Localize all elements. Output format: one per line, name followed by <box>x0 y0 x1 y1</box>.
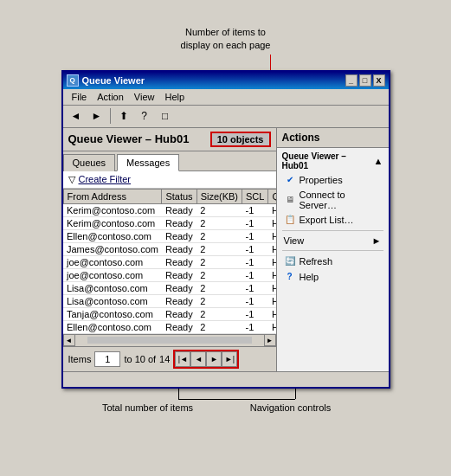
table-body: Kerim@contoso.comReady2-1Hub01\Unreachab… <box>63 203 276 333</box>
header-bar: Queue Viewer – Hub01 10 objects <box>63 128 276 151</box>
col-from-address[interactable]: From Address <box>63 189 162 203</box>
actions-group-header: Queue Viewer – Hub01 ▲ <box>277 148 389 172</box>
table-row[interactable]: Ellen@contoso.comReady2-1Hub01\Unreachab… <box>63 229 276 242</box>
action-separator-2 <box>282 250 383 251</box>
tabs: Queues Messages <box>63 151 276 171</box>
table-row[interactable]: joe@contoso.comReady2-1Hub01\Unreachable <box>63 255 276 268</box>
col-scl[interactable]: SCL <box>242 189 268 203</box>
nav-last-button[interactable]: ►| <box>222 351 237 367</box>
export-icon: 📋 <box>284 214 296 226</box>
page-input[interactable] <box>94 351 120 367</box>
items-label: Items <box>68 354 92 364</box>
table-row[interactable]: James@contoso.comReady2-1Hub01\Unreachab… <box>63 242 276 255</box>
close-button[interactable]: X <box>373 74 385 87</box>
status-bar <box>63 371 389 387</box>
total-count: 14 <box>159 354 170 364</box>
nav-first-button[interactable]: |◄ <box>175 351 190 367</box>
tab-queues[interactable]: Queues <box>63 154 116 171</box>
toolbar-up[interactable]: ⬆ <box>114 106 133 125</box>
content-area: Queue Viewer – Hub01 10 objects Queues M… <box>63 128 389 371</box>
queue-viewer-window: Q Queue Viewer _ □ X File Action View He… <box>61 70 390 389</box>
action-refresh-label: Refresh <box>300 256 333 267</box>
table-header-row: From Address Status Size(KB) SCL Queue I… <box>63 189 276 203</box>
nav-prev-button[interactable]: ◄ <box>190 351 206 367</box>
to-text: to 10 of <box>124 354 156 364</box>
top-arrow-line <box>61 55 390 70</box>
maximize-button[interactable]: □ <box>359 74 371 87</box>
hscroll-left[interactable]: ◄ <box>63 334 75 346</box>
col-queue-id[interactable]: Queue ID <box>268 189 276 203</box>
action-view[interactable]: View ► <box>277 234 389 248</box>
table-row[interactable]: Lisa@contoso.comReady2-1Hub01\Unreachabl… <box>63 281 276 294</box>
properties-icon: ✔ <box>284 174 296 186</box>
nav-next-button[interactable]: ► <box>206 351 222 367</box>
bottom-annotations: Total number of items Navigation control… <box>61 389 390 441</box>
table-row[interactable]: Kerim@contoso.comReady2-1Hub01\Unreachab… <box>63 203 276 216</box>
action-properties-label: Properties <box>300 175 343 185</box>
action-refresh[interactable]: 🔄 Refresh <box>277 254 389 269</box>
pagination: Items to 10 of 14 |◄ ◄ ► ►| <box>63 346 276 371</box>
hscroll-right[interactable]: ► <box>264 334 276 346</box>
nav-buttons: |◄ ◄ ► ►| <box>173 350 239 369</box>
actions-group-arrow: ▲ <box>374 156 383 166</box>
title-buttons: _ □ X <box>345 74 385 87</box>
view-submenu-arrow: ► <box>372 235 382 246</box>
total-annotation: Total number of items <box>96 402 200 413</box>
table-row[interactable]: Lisa@contoso.comReady2-1Hub01\Unreachabl… <box>63 294 276 307</box>
menu-action[interactable]: Action <box>92 90 129 104</box>
annotation-top-text: Number of items to display on each page <box>181 26 271 53</box>
menu-help[interactable]: Help <box>159 90 190 104</box>
menu-file[interactable]: File <box>67 90 93 104</box>
help-icon: ? <box>284 271 296 283</box>
window-title: Queue Viewer <box>82 75 145 86</box>
table-row[interactable]: Tanja@contoso.comReady2-1Hub01\Unreachab… <box>63 307 276 320</box>
objects-badge: 10 objects <box>210 132 271 147</box>
actions-group-label: Queue Viewer – Hub01 <box>282 151 374 170</box>
table-scroll: From Address Status Size(KB) SCL Queue I… <box>63 189 276 334</box>
top-annotation: Number of items to display on each page <box>61 26 390 53</box>
data-table: From Address Status Size(KB) SCL Queue I… <box>63 189 276 334</box>
col-size[interactable]: Size(KB) <box>197 189 242 203</box>
tab-messages[interactable]: Messages <box>117 154 179 171</box>
refresh-icon: 🔄 <box>284 255 296 267</box>
hscroll-track[interactable] <box>87 337 252 344</box>
app-icon: Q <box>67 74 79 87</box>
action-export-list[interactable]: 📋 Export List… <box>277 212 389 228</box>
toolbar: ◄ ► ⬆ ? □ <box>63 106 389 128</box>
col-status[interactable]: Status <box>162 189 197 203</box>
panel-title: Queue Viewer – Hub01 <box>68 132 190 145</box>
table-row[interactable]: Ellen@contoso.comReady2-1Hub01\Unreachab… <box>63 320 276 333</box>
action-properties[interactable]: ✔ Properties <box>277 172 389 188</box>
table-row[interactable]: joe@contoso.comReady2-1Hub01\Unreachable <box>63 268 276 281</box>
menu-bar: File Action View Help <box>63 89 389 106</box>
toolbar-forward[interactable]: ► <box>87 106 106 125</box>
left-panel: Queue Viewer – Hub01 10 objects Queues M… <box>63 128 276 371</box>
table-row[interactable]: Kerim@contoso.comReady2-1Hub01\Unreachab… <box>63 216 276 229</box>
toolbar-help[interactable]: ? <box>135 106 154 125</box>
title-bar: Q Queue Viewer _ □ X <box>63 72 389 89</box>
hscrollbar[interactable]: ◄ ► <box>63 334 276 346</box>
actions-panel: Actions Queue Viewer – Hub01 ▲ ✔ Propert… <box>276 128 389 371</box>
filter-icon: ▽ <box>68 174 75 185</box>
action-connect-server[interactable]: 🖥 Connect to Server… <box>277 188 389 212</box>
toolbar-extra[interactable]: □ <box>156 106 175 125</box>
nav-annotation: Navigation controls <box>235 402 347 413</box>
connect-icon: 🖥 <box>284 194 296 206</box>
action-view-label: View <box>284 235 305 246</box>
action-separator-1 <box>282 230 383 231</box>
menu-view[interactable]: View <box>129 90 160 104</box>
minimize-button[interactable]: _ <box>345 74 358 87</box>
filter-bar: ▽ Create Filter <box>63 171 276 189</box>
action-connect-label: Connect to Server… <box>300 190 382 210</box>
toolbar-separator-1 <box>110 108 111 124</box>
action-help-label: Help <box>300 272 319 282</box>
toolbar-back[interactable]: ◄ <box>67 106 86 125</box>
filter-label[interactable]: Create Filter <box>79 174 132 184</box>
action-help[interactable]: ? Help <box>277 269 389 285</box>
actions-header: Actions <box>277 128 389 148</box>
action-export-label: Export List… <box>300 215 354 225</box>
